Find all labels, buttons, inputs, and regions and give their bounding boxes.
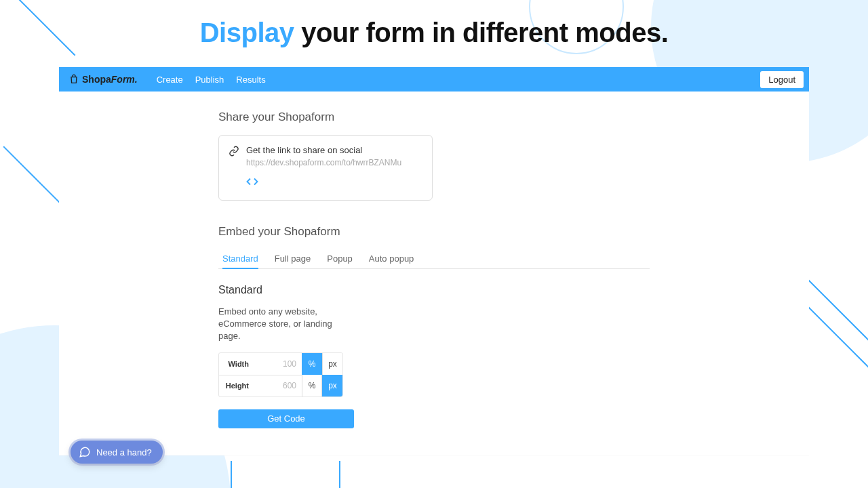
brand-logo[interactable]: ShopaForm. [64, 73, 142, 86]
tab-auto-popup[interactable]: Auto popup [369, 249, 414, 269]
chat-icon [79, 446, 91, 458]
width-input[interactable] [254, 359, 302, 369]
height-input[interactable] [254, 381, 302, 390]
help-chat-button[interactable]: Need a hand? [71, 441, 163, 464]
height-unit-percent-button[interactable]: % [302, 375, 322, 396]
marketing-headline: Display your form in different modes. [0, 18, 868, 48]
height-row: Height % px [219, 375, 342, 396]
share-label: Get the link to share on social [246, 145, 401, 155]
bg-tick [339, 461, 340, 488]
width-row: Width % px [219, 353, 342, 375]
share-url[interactable]: https://dev.shopaform.com/to/hwrrBZANMu [246, 158, 401, 167]
share-card: Get the link to share on social https://… [218, 135, 433, 201]
help-label: Need a hand? [96, 447, 152, 458]
app-shell: ShopaForm. Create Publish Results Logout… [59, 67, 809, 455]
share-section-title: Share your Shopaform [218, 110, 809, 124]
nav-create[interactable]: Create [157, 75, 183, 85]
nav-publish[interactable]: Publish [195, 75, 224, 85]
code-icon[interactable] [246, 176, 258, 188]
panel-title: Standard [218, 284, 809, 296]
bag-icon [68, 74, 79, 85]
link-icon [229, 146, 239, 157]
width-unit-px-button[interactable]: px [322, 353, 342, 375]
topnav: Create Publish Results [157, 75, 266, 85]
nav-results[interactable]: Results [236, 75, 265, 85]
headline-rest: your form in different modes. [294, 18, 669, 47]
bg-tick [231, 461, 232, 488]
embed-tabs: Standard Full page Popup Auto popup [218, 249, 650, 269]
main-content: Share your Shopaform Get the link to sha… [59, 92, 809, 455]
panel-description: Embed onto any website, eCommerce store,… [218, 306, 347, 343]
width-label: Width [219, 360, 254, 368]
headline-highlight: Display [200, 18, 294, 47]
height-unit-px-button[interactable]: px [322, 375, 342, 396]
tab-full-page[interactable]: Full page [275, 249, 311, 269]
dimensions-table: Width % px Height % px [218, 352, 343, 397]
embed-panel-standard: Standard Embed onto any website, eCommer… [218, 284, 809, 428]
logout-button[interactable]: Logout [760, 71, 804, 88]
get-code-button[interactable]: Get Code [218, 409, 354, 428]
brand-text: ShopaForm. [82, 74, 138, 85]
embed-section: Embed your Shopaform Standard Full page … [218, 225, 809, 428]
tab-standard[interactable]: Standard [222, 249, 258, 269]
topbar: ShopaForm. Create Publish Results Logout [59, 67, 809, 92]
height-label: Height [219, 382, 254, 390]
tab-popup[interactable]: Popup [327, 249, 353, 269]
width-unit-percent-button[interactable]: % [302, 353, 322, 375]
embed-section-title: Embed your Shopaform [218, 225, 809, 239]
